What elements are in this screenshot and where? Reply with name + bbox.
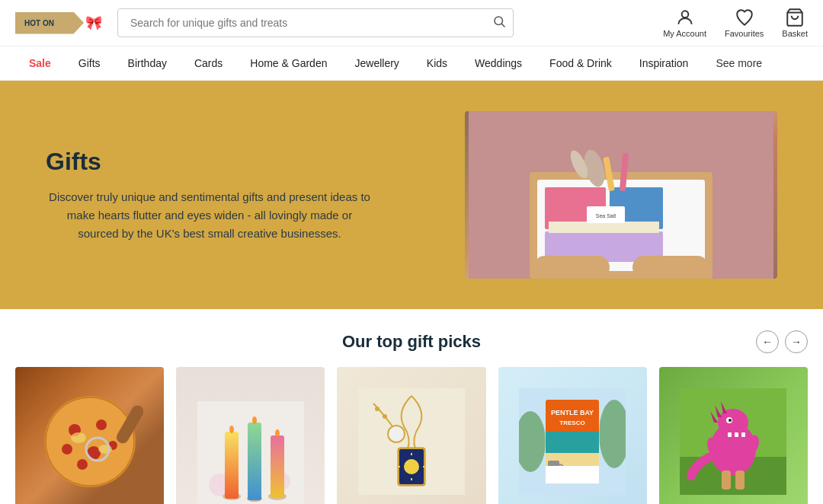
svg-point-27 — [71, 432, 86, 443]
nav-item-weddings[interactable]: Weddings — [461, 46, 536, 80]
dinosuit-svg — [680, 388, 786, 495]
logo[interactable]: HOT ON 🎀 — [15, 12, 102, 34]
hero-description: Discover truly unique and sentimental gi… — [46, 188, 373, 243]
product-image-print: PENTLE BAY TRESCO — [498, 367, 647, 504]
svg-point-46 — [404, 459, 419, 474]
product-image-candles — [176, 367, 325, 504]
product-image-pendant — [337, 367, 485, 504]
hero-image: Sea Salt — [465, 111, 777, 279]
ribbon-icon: 🎀 — [85, 14, 102, 31]
dinosuit-visual — [659, 367, 808, 504]
product-card-dinosuit[interactable]: T Rex Dinosuit £59 — [659, 367, 808, 504]
nav-item-sale[interactable]: Sale — [15, 46, 65, 80]
hero-banner: Gifts Discover truly unique and sentimen… — [0, 81, 823, 309]
svg-point-52 — [389, 426, 404, 442]
svg-point-42 — [275, 429, 280, 437]
hero-image-visual: Sea Salt — [465, 111, 777, 279]
account-icon — [675, 8, 695, 27]
next-arrow-button[interactable]: → — [785, 330, 808, 353]
candles-svg — [197, 401, 304, 504]
product-grid: Wooden Pizza Cutter In Sycamore £19.95 — [15, 367, 808, 504]
header: HOT ON 🎀 My Account Favourites — [0, 0, 823, 46]
product-nav-arrows: ← → — [756, 330, 808, 353]
svg-line-1 — [501, 24, 504, 27]
svg-point-53 — [383, 414, 387, 419]
svg-point-54 — [375, 407, 379, 411]
svg-rect-73 — [735, 432, 738, 437]
nav-item-see-more[interactable]: See more — [702, 46, 776, 80]
svg-rect-39 — [271, 435, 284, 498]
favourites-button[interactable]: Favourites — [725, 8, 764, 38]
search-button[interactable] — [492, 14, 506, 31]
nav-item-home-garden[interactable]: Home & Garden — [236, 46, 341, 80]
section-title: Our top gift picks — [342, 332, 481, 352]
pizza-cutter-visual — [15, 367, 164, 504]
product-card-candles[interactable]: Set Of Three Neon Sparkle Party Candles … — [176, 367, 325, 504]
my-account-label: My Account — [663, 29, 706, 38]
svg-point-41 — [252, 416, 257, 424]
print-svg: PENTLE BAY TRESCO — [519, 388, 626, 495]
basket-label: Basket — [782, 29, 808, 38]
nav-item-food-drink[interactable]: Food & Drink — [536, 46, 626, 80]
svg-rect-82 — [722, 471, 731, 490]
svg-point-26 — [77, 459, 88, 470]
pendant-svg — [358, 388, 465, 495]
nav-item-gifts[interactable]: Gifts — [65, 46, 114, 80]
hero-image-svg: Sea Salt — [469, 111, 773, 279]
svg-rect-72 — [728, 432, 732, 437]
logo-text: HOT ON — [24, 18, 54, 28]
basket-icon — [785, 8, 805, 27]
svg-rect-17 — [533, 256, 610, 279]
svg-rect-66 — [546, 466, 599, 483]
my-account-button[interactable]: My Account — [663, 8, 706, 38]
svg-rect-83 — [735, 471, 745, 490]
basket-button[interactable]: Basket — [782, 8, 808, 38]
svg-rect-10 — [549, 222, 659, 233]
prev-arrow-button[interactable]: ← — [756, 330, 779, 353]
product-card-print[interactable]: PENTLE BAY TRESCO Personalised Abstrac — [498, 367, 647, 504]
svg-rect-18 — [632, 256, 709, 279]
svg-point-23 — [62, 444, 72, 455]
svg-point-22 — [96, 419, 107, 430]
svg-point-0 — [495, 17, 503, 25]
product-card-pendant[interactable]: Pearl Or Lapis Sun Pendant On Gold Verme… — [337, 367, 485, 504]
candles-visual — [176, 367, 325, 504]
pizza-svg — [37, 388, 143, 495]
header-actions: My Account Favourites Basket — [663, 8, 808, 38]
favourites-label: Favourites — [725, 29, 764, 38]
svg-text:TRESCO: TRESCO — [560, 419, 585, 426]
nav-item-jewellery[interactable]: Jewellery — [341, 46, 412, 80]
heart-icon — [735, 8, 754, 27]
product-image-dinosuit — [659, 367, 808, 504]
svg-rect-37 — [225, 432, 239, 499]
nav-item-kids[interactable]: Kids — [413, 46, 461, 80]
svg-point-76 — [729, 419, 732, 422]
nav-item-birthday[interactable]: Birthday — [114, 46, 181, 80]
svg-rect-74 — [741, 432, 745, 437]
pendant-visual — [337, 367, 485, 504]
hero-text-block: Gifts Discover truly unique and sentimen… — [46, 148, 373, 243]
svg-point-2 — [681, 11, 688, 18]
svg-point-40 — [229, 426, 234, 433]
nav-item-cards[interactable]: Cards — [181, 46, 236, 80]
product-section: Our top gift picks ← → — [0, 309, 823, 504]
search-input[interactable] — [117, 8, 514, 37]
main-navigation: Sale Gifts Birthday Cards Home & Garden … — [0, 46, 823, 81]
nav-item-inspiration[interactable]: Inspiration — [626, 46, 703, 80]
section-header: Our top gift picks ← → — [15, 332, 808, 352]
search-bar — [117, 8, 514, 37]
svg-rect-38 — [248, 423, 261, 500]
hero-title: Gifts — [46, 148, 373, 176]
svg-text:Sea Salt: Sea Salt — [596, 213, 616, 219]
product-image-pizza-cutter — [15, 367, 164, 504]
svg-text:PENTLE BAY: PENTLE BAY — [551, 409, 594, 416]
print-visual: PENTLE BAY TRESCO — [498, 367, 647, 504]
search-icon — [492, 14, 506, 28]
product-card-pizza-cutter[interactable]: Wooden Pizza Cutter In Sycamore £19.95 — [15, 367, 164, 504]
